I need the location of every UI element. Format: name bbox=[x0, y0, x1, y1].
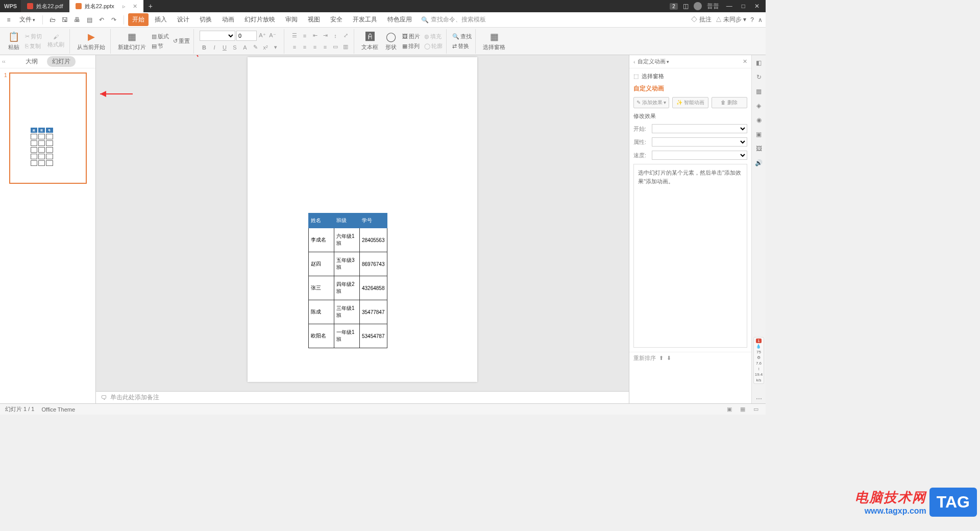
shape-button[interactable]: ◯形状 bbox=[382, 29, 400, 54]
view-normal-icon[interactable]: ▣ bbox=[725, 405, 734, 414]
indent-right-icon[interactable]: ⇥ bbox=[321, 31, 330, 40]
paste-button[interactable]: 📋粘贴 bbox=[5, 29, 22, 54]
tool-icon[interactable]: ↻ bbox=[754, 73, 764, 82]
copy-button[interactable]: ⎘ 复制 bbox=[23, 42, 43, 51]
slide-canvas[interactable]: 姓名 班级 学号 李成名六年级1班28405563赵四五年级3班86976743… bbox=[248, 57, 477, 382]
minimize-icon[interactable]: — bbox=[724, 3, 734, 10]
move-up-icon[interactable]: ⬆ bbox=[659, 355, 664, 361]
highlight-icon[interactable]: ✎ bbox=[251, 43, 260, 52]
align-center-icon[interactable]: ≡ bbox=[300, 42, 309, 52]
menu-transition[interactable]: 切换 bbox=[195, 13, 216, 26]
valign-icon[interactable]: ▭ bbox=[331, 42, 340, 52]
table-row[interactable]: 李成名六年级1班28405563 bbox=[309, 228, 387, 252]
start-select[interactable] bbox=[652, 124, 747, 133]
notification-badge[interactable]: 2 bbox=[670, 3, 678, 10]
preview-icon[interactable]: ▤ bbox=[84, 14, 95, 26]
avatar[interactable] bbox=[694, 2, 702, 10]
present-icon[interactable]: ▹ bbox=[122, 3, 126, 10]
view-sorter-icon[interactable]: ▦ bbox=[738, 405, 747, 414]
textbox-button[interactable]: 🅰文本框 bbox=[358, 29, 381, 54]
more-icon[interactable]: ⋯ bbox=[754, 394, 764, 403]
table-row[interactable]: 张三四年级2班43264858 bbox=[309, 276, 387, 300]
close-pane-icon[interactable]: ✕ bbox=[743, 58, 747, 65]
select-pane-link[interactable]: ⬚ 选择窗格 bbox=[633, 73, 747, 80]
tool-icon[interactable]: ◈ bbox=[754, 101, 764, 110]
menu-review[interactable]: 审阅 bbox=[281, 13, 302, 26]
add-effect-button[interactable]: ✎ 添加效果 ▾ bbox=[633, 97, 669, 108]
data-table[interactable]: 姓名 班级 学号 李成名六年级1班28405563赵四五年级3班86976743… bbox=[308, 213, 387, 348]
underline-icon[interactable]: U bbox=[220, 43, 229, 52]
fill-button[interactable]: ◍ 填充 bbox=[423, 32, 444, 41]
menu-view[interactable]: 视图 bbox=[304, 13, 324, 26]
move-down-icon[interactable]: ⬇ bbox=[667, 355, 671, 361]
align-right-icon[interactable]: ≡ bbox=[310, 42, 320, 52]
tab-pptx[interactable]: 姓名22.pptx ▹ ✕ bbox=[69, 0, 143, 12]
superscript-icon[interactable]: x² bbox=[261, 43, 270, 52]
save-icon[interactable]: 🖫 bbox=[59, 14, 70, 26]
new-slide-button[interactable]: ▦新建幻灯片 bbox=[115, 29, 149, 54]
new-tab-button[interactable]: + bbox=[143, 2, 158, 10]
menu-special[interactable]: 特色应用 bbox=[383, 13, 416, 26]
play-from-current-button[interactable]: ▶从当前开始 bbox=[74, 29, 108, 54]
bold-icon[interactable]: B bbox=[200, 43, 209, 52]
cut-button[interactable]: ✂ 剪切 bbox=[23, 32, 43, 41]
delete-button[interactable]: 🗑 删除 bbox=[712, 97, 747, 108]
arrange-button[interactable]: ▦ 排列 bbox=[401, 42, 422, 51]
select-pane-button[interactable]: ▦选择窗格 bbox=[480, 29, 508, 54]
chevron-left-icon[interactable]: ‹ bbox=[633, 59, 635, 65]
menu-insert[interactable]: 插入 bbox=[151, 13, 171, 26]
table-row[interactable]: 欧阳名一年级1班53454787 bbox=[309, 324, 387, 348]
command-search[interactable]: 🔍 查找命令、搜索模板 bbox=[421, 15, 486, 24]
line-spacing-icon[interactable]: ↕ bbox=[331, 31, 340, 40]
menu-design[interactable]: 设计 bbox=[173, 13, 193, 26]
strike-icon[interactable]: S bbox=[230, 43, 239, 52]
align-left-icon[interactable]: ≡ bbox=[290, 42, 299, 52]
menu-home[interactable]: 开始 bbox=[128, 13, 149, 26]
outline-button[interactable]: ◯ 轮廓 bbox=[423, 42, 444, 51]
replace-button[interactable]: ⇄ 替换 bbox=[451, 42, 473, 51]
smart-anim-button[interactable]: ✨ 智能动画 bbox=[672, 97, 708, 108]
help-icon[interactable]: ? bbox=[750, 16, 754, 23]
layout-button[interactable]: ▥ 版式 bbox=[150, 32, 170, 41]
picture-button[interactable]: 🖼 图片 bbox=[401, 32, 422, 41]
print-icon[interactable]: 🖶 bbox=[71, 14, 83, 26]
tool-icon[interactable]: 🔊 bbox=[754, 158, 764, 167]
close-window-icon[interactable]: ✕ bbox=[752, 3, 762, 10]
bullet-list-icon[interactable]: ☰ bbox=[290, 31, 299, 40]
collapse-ribbon-icon[interactable]: ∧ bbox=[758, 16, 763, 23]
menu-slideshow[interactable]: 幻灯片放映 bbox=[240, 13, 279, 26]
slides-tab[interactable]: 幻灯片 bbox=[47, 56, 76, 67]
increase-font-icon[interactable]: A⁺ bbox=[258, 31, 267, 40]
menu-icon[interactable]: ≡ bbox=[3, 14, 14, 26]
file-menu[interactable]: 文件▾ bbox=[16, 15, 38, 24]
table-row[interactable]: 陈成三年级1班35477847 bbox=[309, 300, 387, 324]
text-direction-icon[interactable]: ⤢ bbox=[341, 31, 350, 40]
collapse-icon[interactable]: ‹‹ bbox=[2, 59, 6, 64]
outline-tab[interactable]: 大纲 bbox=[20, 56, 43, 67]
menu-security[interactable]: 安全 bbox=[326, 13, 347, 26]
redo-icon[interactable]: ↷ bbox=[108, 14, 119, 26]
tool-icon[interactable]: ▦ bbox=[754, 87, 764, 96]
tool-icon[interactable]: ◧ bbox=[754, 58, 764, 67]
notes-pane[interactable]: 🗨 单击此处添加备注 bbox=[96, 391, 629, 403]
find-button[interactable]: 🔍 查找 bbox=[451, 32, 473, 41]
menu-animation[interactable]: 动画 bbox=[218, 13, 238, 26]
italic-icon[interactable]: I bbox=[210, 43, 219, 52]
view-reading-icon[interactable]: ▭ bbox=[751, 405, 761, 414]
annotate-button[interactable]: ◇ 批注 bbox=[691, 15, 711, 24]
columns-icon[interactable]: ▥ bbox=[341, 42, 350, 52]
font-family-select[interactable] bbox=[200, 31, 235, 41]
tool-icon[interactable]: ▣ bbox=[754, 130, 764, 139]
slide-thumbnail[interactable]: 姓班号 ··· ··· ··· ··· ··· bbox=[9, 73, 87, 184]
undo-icon[interactable]: ↶ bbox=[96, 14, 107, 26]
speed-select[interactable] bbox=[652, 151, 747, 160]
reset-button[interactable]: ↺ 重置 bbox=[172, 37, 191, 45]
prop-select[interactable] bbox=[652, 137, 747, 147]
maximize-icon[interactable]: □ bbox=[740, 3, 747, 10]
format-painter-button[interactable]: 🖌格式刷 bbox=[44, 29, 67, 54]
tab-pdf[interactable]: 姓名22.pdf bbox=[21, 0, 69, 12]
table-row[interactable]: 赵四五年级3班86976743 bbox=[309, 252, 387, 276]
cloud-icon[interactable]: ◫ bbox=[683, 3, 689, 10]
font-color-icon[interactable]: A bbox=[240, 43, 250, 52]
number-list-icon[interactable]: ≡ bbox=[300, 31, 309, 40]
